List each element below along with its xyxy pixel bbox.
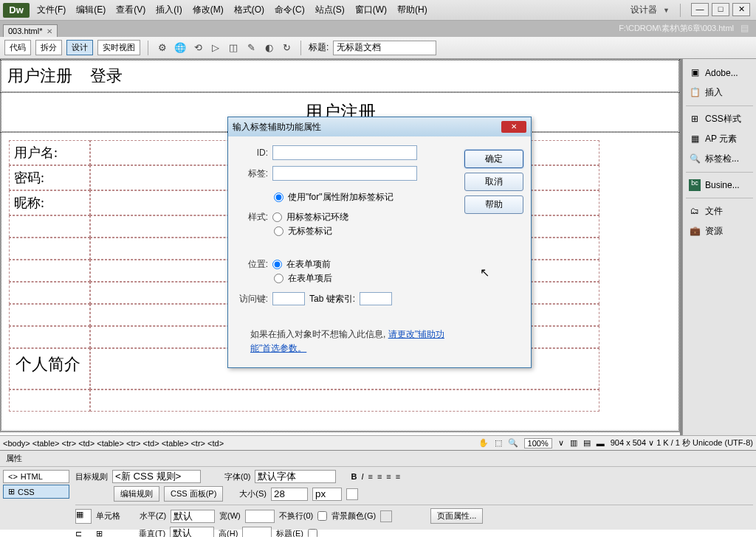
tool-icon-1[interactable]: ⚙ — [156, 41, 169, 55]
menu-commands[interactable]: 命令(C) — [275, 4, 305, 16]
radio-before[interactable] — [272, 260, 282, 269]
color-swatch[interactable] — [346, 488, 358, 500]
menu-site[interactable]: 站点(S) — [315, 4, 345, 16]
titlebar: Dw 文件(F) 编辑(E) 查看(V) 插入(I) 修改(M) 格式(O) 命… — [0, 0, 756, 21]
menu-help[interactable]: 帮助(H) — [397, 4, 427, 16]
header-tab-register: 用户注册 — [7, 65, 72, 87]
radio-none[interactable] — [274, 226, 284, 236]
size-label: 大小(S) — [239, 488, 267, 499]
workspace-switcher[interactable]: 设计器 — [630, 4, 657, 16]
edit-rule-button[interactable]: 编辑规则 — [114, 486, 159, 502]
label-label: 标签: — [236, 167, 268, 180]
tab-css[interactable]: ⊞CSS — [3, 485, 69, 499]
view-code-button[interactable]: 代码 — [4, 40, 31, 55]
vert-select[interactable] — [170, 527, 214, 537]
tool-icon-3[interactable]: ⟲ — [191, 41, 205, 55]
status-icon-2[interactable]: ▤ — [583, 438, 591, 448]
merge-icon[interactable]: ⊏ — [75, 529, 92, 538]
italic-button[interactable]: I — [361, 472, 363, 481]
align-center-icon[interactable]: ≡ — [377, 472, 382, 481]
radio-for-attr[interactable] — [274, 193, 284, 202]
header-checkbox[interactable] — [308, 529, 317, 538]
target-rule-select[interactable] — [112, 470, 201, 483]
align-right-icon[interactable]: ≡ — [386, 472, 391, 481]
tool-icon-7[interactable]: ◐ — [262, 41, 275, 55]
dialog-close-button[interactable]: ✕ — [501, 121, 526, 133]
menu-file[interactable]: 文件(F) — [37, 4, 66, 16]
radio-after[interactable] — [274, 274, 284, 283]
css-panel-button[interactable]: CSS 面板(P) — [164, 486, 223, 502]
horiz-select[interactable] — [171, 510, 215, 523]
menu-format[interactable]: 格式(O) — [234, 4, 264, 16]
dock-busine[interactable]: bcBusine... — [686, 176, 753, 195]
right-panel-dock: ▣Adobe... 📋插入 ⊞CSS样式 ▦AP 元素 🔍标签检... bcBu… — [682, 59, 756, 435]
view-split-button[interactable]: 拆分 — [35, 40, 62, 55]
align-left-icon[interactable]: ≡ — [368, 472, 372, 481]
label-intro: 个人简介 — [9, 348, 90, 389]
dock-tag[interactable]: 🔍标签检... — [686, 149, 753, 169]
tool-icon-5[interactable]: ◫ — [227, 41, 240, 55]
tool-icon-6[interactable]: ✎ — [244, 41, 258, 55]
menubar: 文件(F) 编辑(E) 查看(V) 插入(I) 修改(M) 格式(O) 命令(C… — [37, 4, 427, 16]
ok-button[interactable]: 确定 — [464, 150, 523, 168]
zoom-tool-icon[interactable]: 🔍 — [508, 438, 518, 448]
refresh-icon[interactable]: ↻ — [280, 41, 293, 55]
align-justify-icon[interactable]: ≡ — [396, 472, 400, 481]
status-icon-3[interactable]: ▬ — [597, 439, 605, 448]
label-username: 用户名: — [9, 140, 90, 165]
doc-menu-icon[interactable]: ▤ — [740, 23, 749, 33]
menu-edit[interactable]: 编辑(E) — [76, 4, 106, 16]
zoom-level[interactable]: 100% — [524, 438, 552, 448]
tool-icon-4[interactable]: ▷ — [209, 41, 222, 55]
tab-input[interactable] — [360, 292, 392, 305]
dock-css[interactable]: ⊞CSS样式 — [686, 109, 753, 129]
select-tool-icon[interactable]: ⬚ — [495, 438, 502, 448]
split-icon[interactable]: ⊞ — [96, 529, 112, 538]
dialog-title: 输入标签辅助功能属性 — [233, 121, 321, 134]
bold-button[interactable]: B — [351, 472, 357, 481]
hand-tool-icon[interactable]: ✋ — [478, 438, 489, 448]
chevron-down-icon[interactable]: ▼ — [663, 7, 670, 14]
tag-path[interactable]: <body> <table> <tr> <td> <table> <tr> <t… — [3, 439, 224, 448]
menu-modify[interactable]: 修改(M) — [193, 4, 224, 16]
page-title-input[interactable] — [333, 41, 436, 55]
cursor-icon: ↖ — [480, 266, 489, 280]
nowrap-checkbox[interactable] — [317, 511, 327, 521]
dock-assets[interactable]: 💼资源 — [686, 221, 753, 241]
accessibility-dialog: 输入标签辅助功能属性 ✕ ID: 标签: 使用"for"属性附加标签标记 样式:… — [227, 117, 532, 368]
menu-view[interactable]: 查看(V) — [116, 4, 145, 16]
maximize-button[interactable]: □ — [712, 3, 729, 16]
id-input[interactable] — [272, 145, 417, 160]
properties-title[interactable]: 属性 — [0, 451, 756, 467]
bgcolor-swatch[interactable] — [380, 510, 392, 522]
close-tab-icon[interactable]: ✕ — [47, 27, 52, 35]
minimize-button[interactable]: — — [691, 3, 709, 16]
size-unit[interactable] — [312, 488, 342, 501]
view-live-button[interactable]: 实时视图 — [97, 40, 140, 55]
document-tab[interactable]: 003.html* ✕ — [3, 24, 58, 37]
dialog-titlebar[interactable]: 输入标签辅助功能属性 ✕ — [228, 117, 531, 136]
font-select[interactable] — [255, 470, 336, 483]
status-icon-1[interactable]: ▥ — [570, 438, 577, 448]
view-design-button[interactable]: 设计 — [66, 40, 93, 55]
radio-wrap[interactable] — [272, 212, 282, 222]
menu-window[interactable]: 窗口(W) — [355, 4, 387, 16]
dock-files[interactable]: 🗂文件 — [686, 201, 753, 221]
dock-insert[interactable]: 📋插入 — [686, 83, 753, 103]
cell-icon[interactable]: ▦ — [75, 509, 92, 524]
height-input[interactable] — [242, 527, 272, 537]
width-input[interactable] — [245, 510, 275, 523]
dock-ap[interactable]: ▦AP 元素 — [686, 129, 753, 149]
cancel-button[interactable]: 取消 — [464, 173, 523, 191]
help-button[interactable]: 帮助 — [464, 195, 523, 214]
globe-icon[interactable]: 🌐 — [173, 41, 187, 55]
menu-insert[interactable]: 插入(I) — [156, 4, 182, 16]
page-props-button[interactable]: 页面属性... — [430, 508, 483, 524]
dock-adobe[interactable]: ▣Adobe... — [686, 63, 753, 83]
label-input[interactable] — [272, 166, 417, 181]
access-input[interactable] — [272, 292, 305, 305]
tab-html[interactable]: <>HTML — [3, 470, 69, 483]
label-nickname: 昵称: — [9, 190, 90, 215]
close-button[interactable]: ✕ — [732, 3, 750, 16]
size-input[interactable] — [271, 488, 308, 501]
